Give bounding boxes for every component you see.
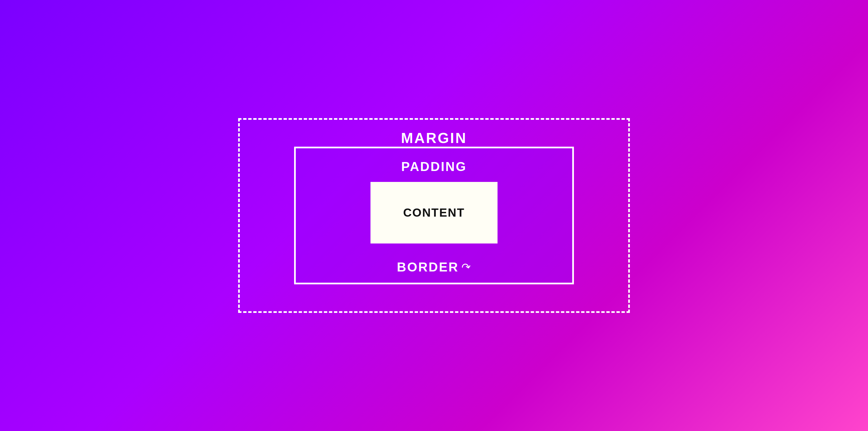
css-box-model-diagram: MARGIN PADDING CONTENT BORDER ↷: [238, 118, 630, 313]
cursor-arrow-icon: ↷: [461, 260, 472, 274]
margin-label: MARGIN: [401, 130, 467, 146]
padding-label: PADDING: [401, 159, 467, 174]
border-label: BORDER: [397, 259, 459, 275]
border-label-area: BORDER ↷: [397, 259, 471, 275]
border-box: PADDING CONTENT BORDER ↷: [294, 147, 574, 284]
content-label: CONTENT: [403, 206, 465, 219]
margin-box: MARGIN PADDING CONTENT BORDER ↷: [238, 118, 630, 313]
content-box: CONTENT: [370, 182, 498, 244]
